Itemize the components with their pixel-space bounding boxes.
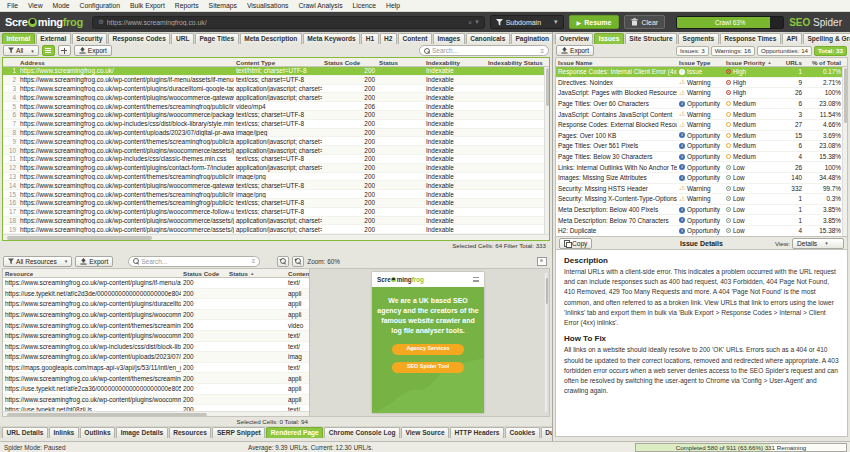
url-bar[interactable]: ⊕ × ▾ <box>92 16 485 29</box>
left-tab[interactable]: Meta Keywords <box>303 33 360 44</box>
issue-row[interactable]: Pages: Over 100 KB Opportunity Medium 15… <box>556 131 847 142</box>
issue-row[interactable]: Images: Missing Size Attributes Opportun… <box>556 173 847 184</box>
count-chip[interactable]: Warnings: 16 <box>711 46 755 56</box>
menu-item[interactable]: Visualisations <box>242 0 293 12</box>
column-header-resource[interactable]: Resource <box>3 269 181 277</box>
column-header-indexability[interactable]: Indexability <box>424 58 486 66</box>
left-tab[interactable]: Pagination <box>511 33 552 44</box>
issue-row[interactable]: Directives: Noindex Warning High 9 2.71% <box>556 78 847 89</box>
bottom-tab[interactable]: Inlinks <box>49 427 79 438</box>
table-row[interactable]: 15 https://www.screamingfrog.co.uk/wp-co… <box>3 190 549 199</box>
issue-row[interactable]: JavaScript: Pages with Blocked Resources… <box>556 88 847 99</box>
bottom-tab[interactable]: Chrome Console Log <box>324 427 400 438</box>
bottom-tab[interactable]: Image Details <box>116 427 168 438</box>
left-tab[interactable]: URL <box>171 33 194 44</box>
table-row[interactable]: 18 https://www.screamingfrog.co.uk/wp-co… <box>3 217 549 226</box>
left-tab[interactable]: Meta Description <box>240 33 302 44</box>
count-chip[interactable]: Opportunities: 14 <box>757 46 812 56</box>
menu-item[interactable]: Sitemaps <box>204 0 242 12</box>
count-chip[interactable]: Total: 33 <box>814 46 847 56</box>
vertical-scrollbar[interactable] <box>544 272 548 413</box>
issue-row[interactable]: JavaScript: Contains JavaScript Content … <box>556 109 847 120</box>
column-header-status[interactable]: Status <box>377 58 424 66</box>
menu-item[interactable]: Configuration <box>75 0 125 12</box>
tree-view-button[interactable] <box>58 45 71 56</box>
bottom-tab[interactable]: SERP Snippet <box>212 427 265 438</box>
right-tab[interactable]: Segments <box>678 33 719 44</box>
issue-row[interactable]: Security: Missing X-Content-Type-Options… <box>556 194 847 205</box>
url-history-caret-icon[interactable]: ▾ <box>475 18 479 26</box>
issue-row[interactable]: Security: Missing HSTS Header Warning Lo… <box>556 184 847 195</box>
table-row[interactable]: https://use.typekit.net/af/c2d3de/000000… <box>3 289 309 300</box>
horizontal-scrollbar[interactable] <box>3 411 309 416</box>
export-button[interactable]: Export <box>556 45 594 56</box>
right-tab[interactable]: API <box>782 33 802 44</box>
bottom-tab[interactable]: HTTP Headers <box>450 427 504 438</box>
menu-item[interactable]: Licence <box>348 0 381 12</box>
issue-row[interactable]: Page Titles: Over 60 Characters Opportun… <box>556 99 847 110</box>
issue-row[interactable]: Page Titles: Over 561 Pixels Opportunity… <box>556 141 847 152</box>
issue-row[interactable]: H2: Duplicate Opportunity Low 4 15.38% <box>556 226 847 236</box>
table-row[interactable]: https://www.screamingfrog.co.uk/wp-conte… <box>3 299 309 310</box>
table-row[interactable]: https://www.screamingfrog.co.uk/wp-conte… <box>3 320 309 331</box>
table-row[interactable]: 11 https://www.screamingfrog.co.uk/wp-in… <box>3 155 549 164</box>
clear-button[interactable]: Clear <box>624 15 665 29</box>
search-input[interactable] <box>432 47 538 54</box>
table-row[interactable]: 12 https://www.screamingfrog.co.uk/wp-co… <box>3 164 549 173</box>
issue-row[interactable]: Response Codes: External Blocked Resourc… <box>556 120 847 131</box>
copy-button[interactable]: Copy <box>559 238 592 249</box>
table-row[interactable]: 3 https://www.screamingfrog.co.uk/wp-con… <box>3 85 549 94</box>
bottom-tab[interactable]: URL Details <box>2 427 48 438</box>
table-row[interactable]: 17 https://www.screamingfrog.co.uk/wp-co… <box>3 208 549 217</box>
table-row[interactable]: 7 https://www.screamingfrog.co.uk/wp-inc… <box>3 120 549 129</box>
resources-search[interactable]: ≡ <box>128 256 260 267</box>
table-row[interactable]: https://www.screamingfrog.co.uk/wp-inclu… <box>3 342 309 353</box>
vertical-scrollbar[interactable] <box>544 67 549 234</box>
issue-row[interactable]: Meta Description: Below 70 Characters Op… <box>556 215 847 226</box>
crawl-scope-dropdown[interactable]: Subdomain ▾ <box>490 15 564 29</box>
clear-url-icon[interactable]: × <box>468 19 472 26</box>
column-header-content-type[interactable]: Content Type <box>234 58 322 66</box>
view-dropdown[interactable]: Details▾ <box>792 238 844 249</box>
left-tab[interactable]: Canonicals <box>466 33 510 44</box>
column-header-content[interactable]: Content <box>286 269 309 277</box>
column-header-status-code[interactable]: Status Code <box>181 269 227 277</box>
menu-item[interactable]: Crawl Analysis <box>293 0 347 12</box>
menu-item[interactable]: File <box>2 0 23 12</box>
left-tab[interactable]: Content <box>398 33 432 44</box>
scrollbar-thumb[interactable] <box>546 278 549 304</box>
left-tab[interactable]: External <box>36 33 71 44</box>
issue-row[interactable]: Meta Description: Below 400 Pixels Oppor… <box>556 205 847 216</box>
export-button[interactable]: Export <box>75 256 113 267</box>
bottom-tab[interactable]: Resources <box>169 427 212 438</box>
issue-row[interactable]: Links: Internal Outlinks With No Anchor … <box>556 162 847 173</box>
save-image-icon[interactable] <box>537 257 547 266</box>
left-tab[interactable]: Response Codes <box>108 33 171 44</box>
menu-item[interactable]: Bulk Export <box>125 0 170 12</box>
zoom-in-button[interactable]: + <box>292 256 304 267</box>
table-row[interactable]: 1 https://www.screamingfrog.co.uk/ text/… <box>3 67 549 76</box>
column-header-issue-name[interactable]: Issue Name <box>556 58 677 66</box>
bottom-tab[interactable]: Outlinks <box>80 427 115 438</box>
scrollbar-thumb[interactable] <box>546 68 550 106</box>
table-row[interactable]: 8 https://www.screamingfrog.co.uk/wp-con… <box>3 129 549 138</box>
column-header-indexability-status[interactable]: Indexability Status <box>486 58 549 66</box>
vertical-scrollbar[interactable] <box>842 67 847 236</box>
menu-item[interactable]: View <box>23 0 48 12</box>
column-header-pct-of-total[interactable]: % of Total <box>804 58 847 66</box>
search-options-icon[interactable]: ≡ <box>252 258 256 264</box>
column-header-address[interactable]: Address <box>18 58 234 66</box>
url-input[interactable] <box>107 19 465 26</box>
right-tab[interactable]: Overview <box>555 33 593 44</box>
column-header-urls[interactable]: URLs <box>772 58 804 66</box>
issue-row[interactable]: Page Titles: Below 30 Characters Opportu… <box>556 152 847 163</box>
table-row[interactable]: 4 https://www.screamingfrog.co.uk/wp-con… <box>3 93 549 102</box>
table-row[interactable]: 5 https://www.screamingfrog.co.uk/wp-con… <box>3 102 549 111</box>
table-row[interactable]: 6 https://www.screamingfrog.co.uk/wp-con… <box>3 111 549 120</box>
list-view-button[interactable] <box>42 45 55 56</box>
table-row[interactable]: 13 https://www.screamingfrog.co.uk/wp-co… <box>3 173 549 182</box>
left-tab[interactable]: Images <box>433 33 465 44</box>
right-tab[interactable]: Spelling & Grammar <box>803 33 850 44</box>
menu-item[interactable]: Reports <box>170 0 204 12</box>
left-tab[interactable]: H2 <box>380 33 397 44</box>
